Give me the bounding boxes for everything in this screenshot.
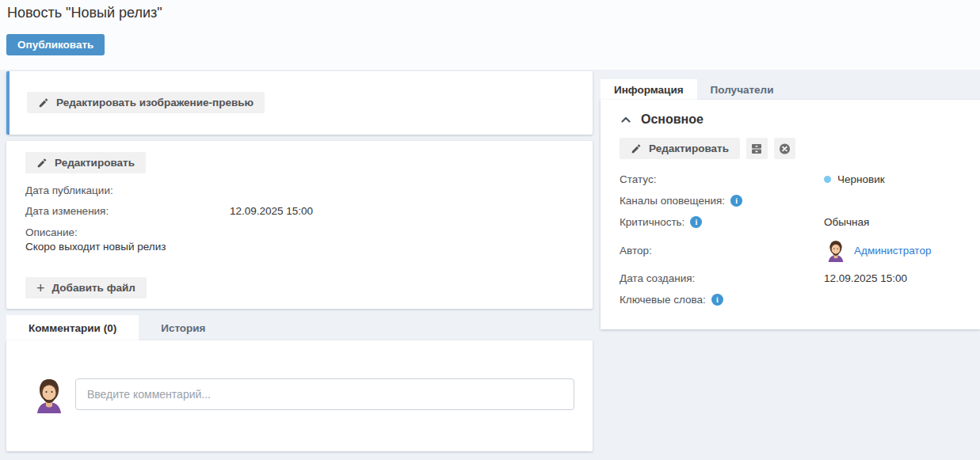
status-dot-icon xyxy=(824,176,831,183)
section-title: Основное xyxy=(641,112,704,127)
info-icon[interactable] xyxy=(730,195,742,207)
info-tabs: Информация Получатели xyxy=(601,79,787,100)
comments-card xyxy=(6,340,593,451)
field-label: Дата изменения: xyxy=(25,201,230,222)
field-label: Ключевые слова: xyxy=(620,294,824,306)
info-row-channels: Каналы оповещения: xyxy=(620,190,961,211)
comments-tabs: Комментарии (0) История xyxy=(6,315,228,340)
field-label: Каналы оповещения: xyxy=(620,195,824,207)
archive-icon xyxy=(751,143,762,154)
author-avatar xyxy=(824,238,848,262)
chevron-up-icon[interactable] xyxy=(621,116,631,123)
field-value: Администратор xyxy=(824,238,931,262)
add-file-button[interactable]: + Добавить файл xyxy=(25,277,147,298)
tab-information[interactable]: Информация xyxy=(601,79,697,100)
field-label: Статус: xyxy=(620,173,824,185)
status-text: Черновик xyxy=(837,173,885,185)
info-icon[interactable] xyxy=(690,216,702,228)
pencil-icon xyxy=(36,158,48,169)
preview-card: Редактировать изображение-превью xyxy=(6,71,593,135)
plus-icon: + xyxy=(36,283,45,294)
edit-details-button[interactable]: Редактировать xyxy=(25,152,146,173)
pencil-icon xyxy=(631,143,642,154)
field-value: 12.09.2025 15:00 xyxy=(824,272,907,284)
info-panel-actions: Редактировать xyxy=(620,138,961,159)
tab-comments[interactable]: Комментарии (0) xyxy=(6,315,139,340)
current-user-avatar xyxy=(30,375,68,413)
field-label: Автор: xyxy=(620,245,824,257)
info-icon[interactable] xyxy=(711,294,723,306)
tab-history[interactable]: История xyxy=(139,315,227,340)
news-detail-page: Новость "Новый релиз" Опубликовать Редак… xyxy=(0,0,980,460)
author-link[interactable]: Администратор xyxy=(854,245,931,257)
field-label: Дата публикации: xyxy=(25,181,230,201)
pencil-icon xyxy=(38,97,49,108)
info-row-author: Автор: Администратор xyxy=(620,233,961,268)
info-row-created-date: Дата создания: 12.09.2025 15:00 xyxy=(620,268,961,289)
field-label: Описание: xyxy=(25,226,574,240)
edit-preview-button[interactable]: Редактировать изображение-превью xyxy=(27,92,265,113)
info-row-status: Статус: Черновик xyxy=(620,169,961,190)
close-circle-icon xyxy=(779,143,791,155)
field-value: Скоро выходит новый релиз xyxy=(25,240,574,254)
tab-recipients[interactable]: Получатели xyxy=(697,79,787,100)
field-label: Критичность: xyxy=(620,216,824,228)
info-row-criticality: Критичность: Обычная xyxy=(620,211,961,233)
edit-info-button[interactable]: Редактировать xyxy=(620,138,740,159)
edit-details-label: Редактировать xyxy=(55,157,135,169)
field-row-publication-date: Дата публикации: xyxy=(25,181,574,201)
comment-input[interactable] xyxy=(75,378,574,410)
publish-button[interactable]: Опубликовать xyxy=(6,34,105,55)
edit-preview-label: Редактировать изображение-превью xyxy=(56,97,254,108)
field-label-text: Ключевые слова: xyxy=(620,294,706,306)
details-card: Редактировать Дата публикации: Дата изме… xyxy=(6,141,593,309)
field-label-text: Каналы оповещения: xyxy=(620,195,725,207)
info-panel: Основное Редактировать xyxy=(601,100,980,329)
field-value: Обычная xyxy=(824,216,869,228)
field-value: Черновик xyxy=(824,173,885,185)
add-file-label: Добавить файл xyxy=(52,282,135,294)
field-label-text: Критичность: xyxy=(620,216,684,228)
field-value: 12.09.2025 15:00 xyxy=(230,201,313,222)
main-section-header: Основное xyxy=(621,112,961,127)
archive-button[interactable] xyxy=(746,138,768,159)
info-row-keywords: Ключевые слова: xyxy=(620,289,961,310)
delete-button[interactable] xyxy=(774,138,795,159)
edit-info-label: Редактировать xyxy=(649,143,729,154)
page-title: Новость "Новый релиз" xyxy=(7,5,162,21)
field-label: Дата создания: xyxy=(620,272,824,284)
field-row-modified-date: Дата изменения: 12.09.2025 15:00 xyxy=(25,201,574,222)
field-row-description: Описание: Скоро выходит новый релиз xyxy=(25,226,574,254)
